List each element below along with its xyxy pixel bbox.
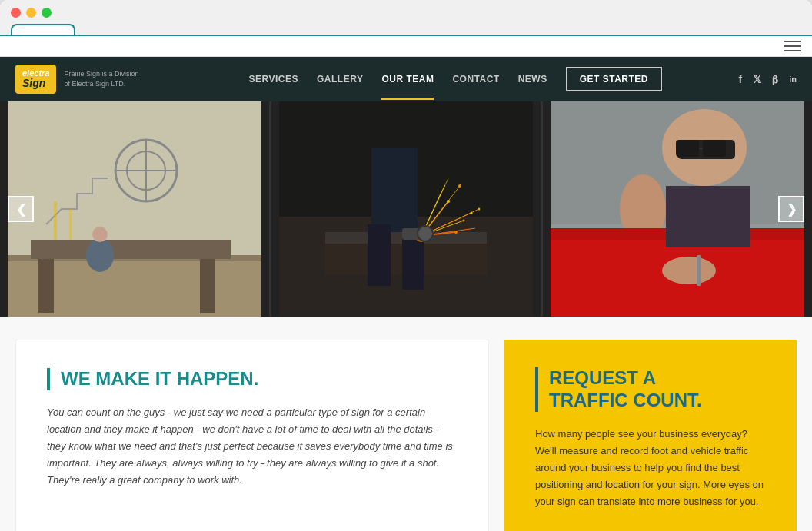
browser-toolbar bbox=[0, 36, 812, 57]
svg-rect-12 bbox=[54, 201, 57, 240]
svg-rect-19 bbox=[368, 224, 391, 286]
svg-point-41 bbox=[418, 226, 433, 241]
browser-dots bbox=[11, 8, 801, 18]
browser-window: electra Sign Prairie Sign is a Division … bbox=[0, 0, 812, 531]
svg-rect-13 bbox=[69, 209, 72, 240]
hero-carousel: ❮ bbox=[0, 101, 812, 317]
traffic-count-title: REQUEST A TRAFFIC COUNT. bbox=[535, 367, 766, 412]
svg-rect-47 bbox=[703, 140, 726, 157]
hamburger-menu-icon[interactable] bbox=[784, 41, 801, 51]
close-dot[interactable] bbox=[11, 8, 21, 18]
nav-our-team[interactable]: OUR TEAM bbox=[381, 58, 434, 100]
minimize-dot[interactable] bbox=[26, 8, 36, 18]
nav-services[interactable]: SERVICES bbox=[249, 58, 298, 100]
svg-rect-53 bbox=[697, 255, 701, 286]
svg-point-10 bbox=[86, 238, 114, 272]
svg-rect-18 bbox=[371, 148, 418, 232]
traffic-count-body: How many people see your business everyd… bbox=[535, 426, 766, 510]
browser-chrome bbox=[0, 0, 812, 36]
svg-rect-54 bbox=[666, 186, 750, 247]
browser-tab[interactable] bbox=[11, 24, 75, 35]
browser-tabs bbox=[11, 24, 801, 35]
main-nav: SERVICES GALLERY OUR TEAM CONTACT NEWS G… bbox=[185, 58, 727, 100]
svg-point-35 bbox=[444, 185, 445, 187]
svg-rect-3 bbox=[31, 240, 231, 259]
svg-rect-4 bbox=[38, 259, 54, 313]
logo-badge: electra Sign bbox=[15, 65, 56, 93]
traffic-count-section: REQUEST A TRAFFIC COUNT. How many people… bbox=[504, 340, 797, 531]
nav-contact[interactable]: CONTACT bbox=[452, 58, 499, 100]
carousel-next-button[interactable]: ❯ bbox=[778, 196, 804, 222]
svg-point-36 bbox=[458, 184, 461, 188]
nav-gallery[interactable]: GALLERY bbox=[317, 58, 363, 100]
twitter-icon[interactable]: 𝕏 bbox=[753, 73, 761, 85]
svg-point-52 bbox=[662, 257, 716, 284]
svg-point-34 bbox=[471, 212, 473, 214]
svg-rect-46 bbox=[676, 140, 699, 157]
svg-point-11 bbox=[92, 227, 108, 242]
nav-news[interactable]: NEWS bbox=[518, 58, 547, 100]
carousel-image-workshop bbox=[0, 101, 269, 317]
svg-point-37 bbox=[478, 208, 481, 211]
svg-point-31 bbox=[447, 200, 450, 203]
carousel-prev-button[interactable]: ❮ bbox=[8, 196, 34, 222]
pinterest-icon[interactable]: 𝛃 bbox=[772, 73, 778, 86]
svg-point-32 bbox=[463, 220, 465, 222]
carousel-image-sparks bbox=[271, 101, 541, 317]
get-started-button[interactable]: GET STARTED bbox=[566, 67, 662, 91]
logo-tagline: Prairie Sign is a Division of Electra Si… bbox=[64, 69, 138, 88]
site-content: electra Sign Prairie Sign is a Division … bbox=[0, 57, 812, 531]
svg-point-33 bbox=[454, 231, 458, 234]
linkedin-icon[interactable]: in bbox=[789, 75, 797, 84]
logo-sign: Sign bbox=[22, 78, 49, 89]
site-header: electra Sign Prairie Sign is a Division … bbox=[0, 57, 812, 101]
svg-rect-5 bbox=[200, 259, 215, 313]
social-icons: f 𝕏 𝛃 in bbox=[739, 73, 797, 86]
carousel-image-person bbox=[543, 101, 812, 317]
maximize-dot[interactable] bbox=[42, 8, 52, 18]
facebook-icon[interactable]: f bbox=[739, 73, 743, 85]
testimonial-title: WE MAKE IT HAPPEN. bbox=[47, 368, 458, 390]
testimonial-section: WE MAKE IT HAPPEN. You can count on the … bbox=[15, 340, 489, 531]
content-sections: WE MAKE IT HAPPEN. You can count on the … bbox=[0, 317, 812, 531]
testimonial-body: You can count on the guys - we just say … bbox=[47, 404, 458, 489]
logo-area: electra Sign Prairie Sign is a Division … bbox=[15, 65, 185, 93]
